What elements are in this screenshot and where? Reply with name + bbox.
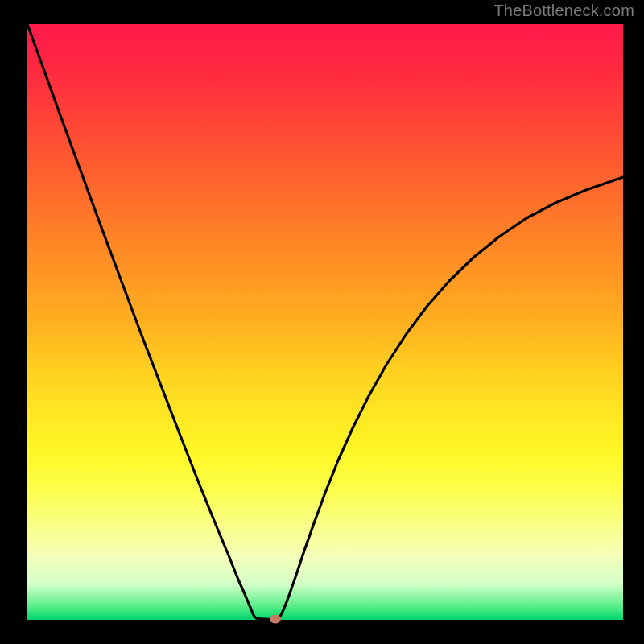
curve-left-branch [27,24,275,619]
curve-svg [27,24,623,620]
attribution-text: TheBottleneck.com [493,2,634,20]
curve-right-branch [275,177,623,619]
chart-frame: TheBottleneck.com [0,0,644,644]
plot-area [27,24,623,620]
